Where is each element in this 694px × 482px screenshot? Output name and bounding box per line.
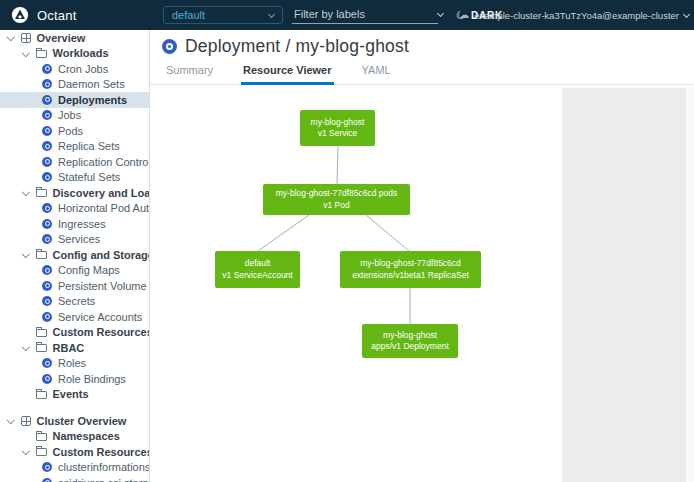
sidebar-item-secrets[interactable]: Secrets	[0, 294, 149, 310]
folder-icon	[36, 448, 47, 456]
sidebar-item-label: Cluster Overview	[37, 415, 127, 427]
namespace-selector[interactable]: default	[163, 6, 283, 24]
sidebar-item-horizontal-pod-autoscalers[interactable]: Horizontal Pod Autoscalers	[0, 201, 149, 217]
sidebar-item-label: Secrets	[58, 295, 95, 307]
sidebar-item-workloads[interactable]: Workloads	[0, 46, 149, 62]
resource-icon	[42, 296, 52, 306]
resource-icon	[42, 462, 52, 472]
sidebar-item-label: Deployments	[58, 94, 127, 106]
resource-icon	[42, 219, 52, 229]
sidebar-item-csidrivers[interactable]: csidrivers.csi.storage.k8s.io	[0, 475, 149, 482]
sidebar-item-cron-jobs[interactable]: Cron Jobs	[0, 61, 149, 77]
chevron-down-icon	[437, 10, 444, 17]
sidebar-item-label: csidrivers.csi.storage.k8s.io	[58, 477, 149, 482]
sidebar-item-pods[interactable]: Pods	[0, 123, 149, 139]
chevron-down-icon	[7, 416, 15, 424]
sidebar-item-cluster-overview[interactable]: Cluster Overview	[0, 413, 149, 429]
sidebar-item-label: Services	[58, 233, 100, 245]
sidebar-item-deployments[interactable]: Deployments	[0, 92, 149, 108]
node-label-line1: my-blog-ghost-77df85c6cd pods	[265, 188, 408, 199]
label-filter-input[interactable]	[292, 8, 438, 22]
sidebar-item-label: Service Accounts	[58, 311, 142, 323]
sidebar-item-namespaces[interactable]: Namespaces	[0, 429, 149, 445]
node-label-line2: extensions/v1beta1 ReplicaSet	[342, 270, 479, 281]
sidebar-item-overview[interactable]: Overview	[0, 30, 149, 46]
sidebar-item-rbac[interactable]: RBAC	[0, 340, 149, 356]
sidebar-item-jobs[interactable]: Jobs	[0, 108, 149, 124]
resource-icon	[42, 374, 52, 384]
sidebar-item-label: Custom Resources	[53, 446, 150, 458]
resource-icon	[42, 265, 52, 275]
sidebar-item-label: Horizontal Pod Autoscalers	[58, 202, 149, 214]
sidebar-item-label: Custom Resources	[53, 326, 150, 338]
folder-icon	[36, 50, 47, 58]
octant-app: Octant default ☾ DARK ☁ example-cluster-…	[0, 0, 694, 482]
sidebar-item-label: Workloads	[53, 47, 109, 59]
resource-icon	[42, 95, 52, 105]
tab-resource-viewer[interactable]: Resource Viewer	[241, 64, 333, 85]
chevron-down-icon	[22, 188, 30, 196]
sidebar: Overview Workloads Cron Jobs Daemon Sets…	[0, 30, 150, 482]
sidebar-item-custom-resources[interactable]: Custom Resources	[0, 325, 149, 341]
resource-icon	[42, 172, 52, 182]
sidebar-item-clusterinformations[interactable]: clusterinformations.crd.projec	[0, 460, 149, 476]
sidebar-item-config-and-storage[interactable]: Config and Storage	[0, 247, 149, 263]
node-label-line1: my-blog-ghost-77df85c6cd	[342, 258, 479, 269]
graph-node-serviceaccount[interactable]: default v1 ServiceAccount	[215, 251, 300, 288]
sidebar-item-service-accounts[interactable]: Service Accounts	[0, 309, 149, 325]
sidebar-item-label: Roles	[58, 357, 86, 369]
sidebar-item-label: Config and Storage	[53, 249, 150, 261]
resource-icon	[42, 126, 52, 136]
sidebar-item-services[interactable]: Services	[0, 232, 149, 248]
chevron-down-icon	[22, 250, 30, 258]
sidebar-item-label: RBAC	[53, 342, 85, 354]
sidebar-item-discovery-and-load-balancing[interactable]: Discovery and Load Balancing	[0, 185, 149, 201]
graph-node-replicaset[interactable]: my-blog-ghost-77df85c6cd extensions/v1be…	[340, 251, 481, 288]
sidebar-item-label: Config Maps	[58, 264, 120, 276]
sidebar-item-label: Replica Sets	[58, 140, 120, 152]
sidebar-item-events[interactable]: Events	[0, 387, 149, 403]
page-title: Deployment / my-blog-ghost	[185, 36, 409, 57]
sidebar-item-daemon-sets[interactable]: Daemon Sets	[0, 77, 149, 93]
resource-icon	[42, 234, 52, 244]
sidebar-item-label: Jobs	[58, 109, 81, 121]
node-label-line1: my-blog-ghost	[302, 117, 373, 128]
cloud-icon: ☁	[459, 10, 469, 20]
graph-node-deployment[interactable]: my-blog-ghost apps/v1 Deployment	[362, 324, 458, 358]
resource-icon	[42, 281, 52, 291]
main-content: Deployment / my-blog-ghost Summary Resou…	[150, 30, 694, 482]
sidebar-item-label: Events	[53, 388, 89, 400]
resource-icon	[42, 79, 52, 89]
node-label-line1: my-blog-ghost	[364, 330, 456, 341]
sidebar-item-label: Replication Controllers	[58, 156, 149, 168]
sidebar-item-label: Persistent Volume Claims	[58, 280, 149, 292]
sidebar-item-persistent-volume-claims[interactable]: Persistent Volume Claims	[0, 278, 149, 294]
sidebar-item-label: Stateful Sets	[58, 171, 120, 183]
sidebar-item-replication-controllers[interactable]: Replication Controllers	[0, 154, 149, 170]
sidebar-item-roles[interactable]: Roles	[0, 356, 149, 372]
tab-summary[interactable]: Summary	[164, 64, 215, 85]
graph-node-pods[interactable]: my-blog-ghost-77df85c6cd pods v1 Pod	[263, 184, 410, 215]
sidebar-item-replica-sets[interactable]: Replica Sets	[0, 139, 149, 155]
resource-icon	[42, 157, 52, 167]
app-title: Octant	[37, 8, 77, 23]
tab-yaml[interactable]: YAML	[360, 64, 393, 85]
resource-icon	[42, 203, 52, 213]
resource-icon	[42, 358, 52, 368]
sidebar-item-label: clusterinformations.crd.projec	[58, 461, 149, 473]
sidebar-item-role-bindings[interactable]: Role Bindings	[0, 371, 149, 387]
node-label-line2: apps/v1 Deployment	[364, 341, 456, 352]
sidebar-item-label: Pods	[58, 125, 83, 137]
sidebar-item-config-maps[interactable]: Config Maps	[0, 263, 149, 279]
sidebar-item-ingresses[interactable]: Ingresses	[0, 216, 149, 232]
resource-icon	[42, 141, 52, 151]
resource-icon	[42, 478, 52, 482]
sidebar-item-custom-resources-cluster[interactable]: Custom Resources	[0, 444, 149, 460]
sidebar-item-stateful-sets[interactable]: Stateful Sets	[0, 170, 149, 186]
scrollbar-gutter[interactable]	[686, 88, 694, 482]
chevron-down-icon	[22, 447, 30, 455]
cluster-context-selector[interactable]: ☁ example-cluster-ka3TuTzYo4a@example-cl…	[459, 0, 689, 30]
chevron-down-icon	[22, 343, 30, 351]
graph-node-service[interactable]: my-blog-ghost v1 Service	[300, 110, 375, 146]
tab-bar: Summary Resource Viewer YAML	[150, 64, 694, 85]
